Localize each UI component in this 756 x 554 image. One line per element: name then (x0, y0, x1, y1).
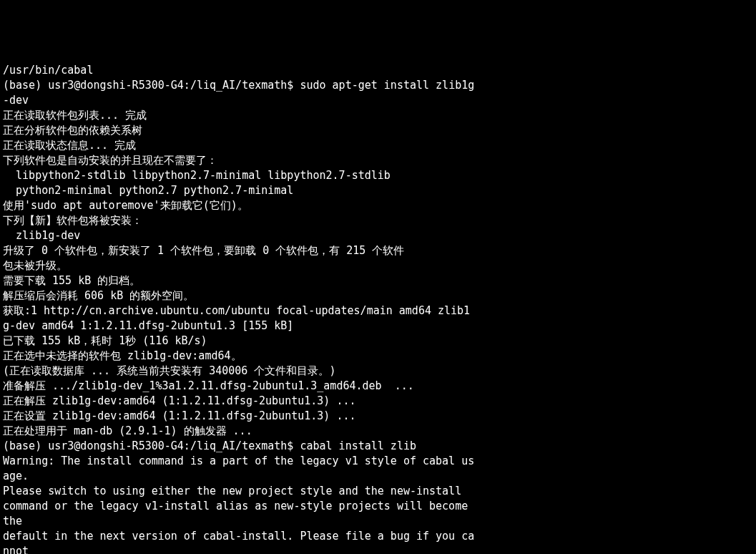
terminal-output-line: 包未被升级。 (3, 258, 753, 273)
terminal-output-line: 使用'sudo apt autoremove'来卸载它(它们)。 (3, 198, 753, 213)
terminal-output-line: 正在解压 zlib1g-dev:amd64 (1:1.2.11.dfsg-2ub… (3, 394, 753, 409)
terminal-output-line: 升级了 0 个软件包，新安装了 1 个软件包，要卸载 0 个软件包，有 215 … (3, 243, 753, 258)
terminal-output-line: 下列软件包是自动安装的并且现在不需要了： (3, 153, 753, 168)
terminal-output-line: 正在选中未选择的软件包 zlib1g-dev:amd64。 (3, 349, 753, 364)
terminal-output-line: 正在分析软件包的依赖关系树 (3, 123, 753, 138)
terminal-output-line: 正在读取软件包列表... 完成 (3, 108, 753, 123)
terminal-output-line: 已下载 155 kB，耗时 1秒 (116 kB/s) (3, 334, 753, 349)
terminal-line: /usr/bin/cabal (3, 63, 753, 78)
shell-command-continuation: -dev (3, 93, 753, 108)
terminal-output-line: (正在读取数据库 ... 系统当前共安装有 340006 个文件和目录。) (3, 364, 753, 379)
terminal-output-line: libpython2-stdlib libpython2.7-minimal l… (3, 168, 753, 183)
terminal-output-line: zlib1g-dev (3, 228, 753, 243)
terminal-output-line: 下列【新】软件包将被安装： (3, 213, 753, 228)
terminal-output-line: 获取:1 http://cn.archive.ubuntu.com/ubuntu… (3, 303, 753, 319)
terminal-output-line: command or the legacy v1-install alias a… (3, 499, 753, 514)
terminal-output-line: 需要下载 155 kB 的归档。 (3, 273, 753, 288)
shell-prompt: (base) usr3@dongshi-R5300-G4:/liq_AI/tex… (3, 79, 300, 92)
terminal-prompt-line: (base) usr3@dongshi-R5300-G4:/liq_AI/tex… (3, 439, 753, 454)
terminal-output-line: 正在处理用于 man-db (2.9.1-1) 的触发器 ... (3, 424, 753, 439)
terminal-output-line: g-dev amd64 1:1.2.11.dfsg-2ubuntu1.3 [15… (3, 319, 753, 334)
terminal-output-line: Please switch to using either the new pr… (3, 484, 753, 499)
shell-prompt: (base) usr3@dongshi-R5300-G4:/liq_AI/tex… (3, 439, 300, 452)
terminal-window[interactable]: /usr/bin/cabal(base) usr3@dongshi-R5300-… (3, 63, 753, 554)
terminal-output-line: 正在读取状态信息... 完成 (3, 138, 753, 153)
terminal-output-line: the (3, 514, 753, 529)
shell-command: sudo apt-get install zlib1g (300, 79, 474, 92)
terminal-output-line: 准备解压 .../zlib1g-dev_1%3a1.2.11.dfsg-2ubu… (3, 379, 753, 394)
terminal-output-line: default in the next version of cabal-ins… (3, 529, 753, 544)
terminal-output-line: Warning: The install command is a part o… (3, 454, 753, 469)
terminal-prompt-line: (base) usr3@dongshi-R5300-G4:/liq_AI/tex… (3, 78, 753, 93)
terminal-output-line: 解压缩后会消耗 606 kB 的额外空间。 (3, 288, 753, 303)
terminal-output-line: nnot (3, 544, 753, 554)
terminal-output-line: 正在设置 zlib1g-dev:amd64 (1:1.2.11.dfsg-2ub… (3, 409, 753, 424)
terminal-output-line: python2-minimal python2.7 python2.7-mini… (3, 183, 753, 198)
terminal-output-line: age. (3, 469, 753, 484)
shell-command: cabal install zlib (300, 439, 416, 452)
